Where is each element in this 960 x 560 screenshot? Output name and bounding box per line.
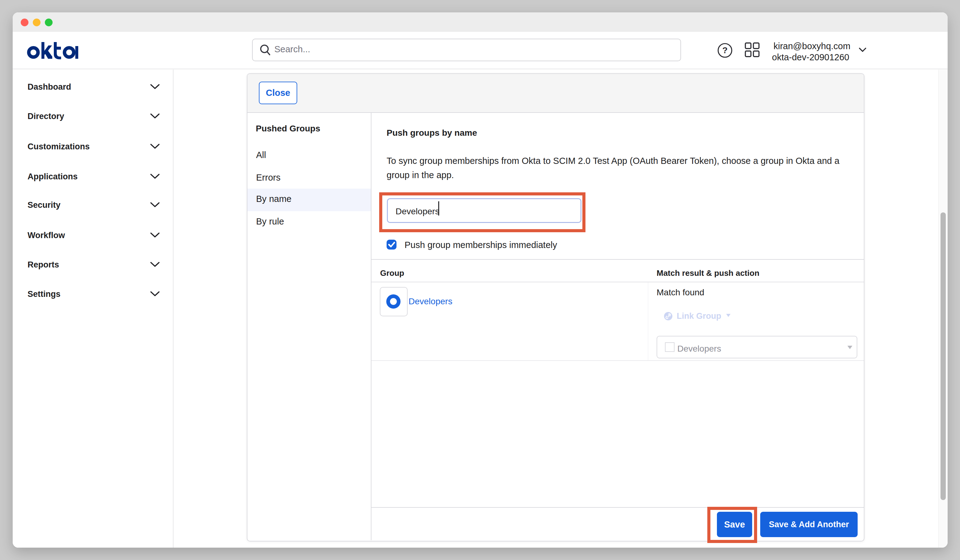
svg-text:?: ? [722,45,727,55]
